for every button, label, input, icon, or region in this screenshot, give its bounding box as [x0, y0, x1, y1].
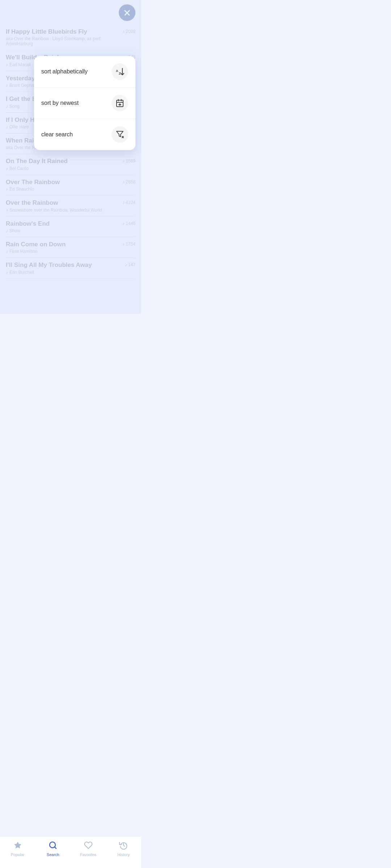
dropdown-label-clear-search: clear search — [41, 131, 73, 138]
song-title: Rainbow's End — [6, 220, 122, 227]
song-item: I'll Sing All My Troubles Away♪ Erin Bur… — [6, 258, 135, 278]
song-item: On The Day It Rained♪ Bel Canto♪ 1589 — [6, 154, 135, 175]
song-count: ♪ 4224 — [122, 200, 135, 205]
dropdown-label-sort-newest: sort by newest — [41, 100, 79, 106]
song-subtitle: ♪ Bel Canto — [6, 166, 122, 171]
song-item: If Happy Little Bluebirds Flyaka Over th… — [6, 25, 135, 50]
song-subtitle: ♪ Ed Shauchlo — [6, 187, 122, 192]
svg-text:A: A — [116, 69, 118, 73]
app-logo — [6, 7, 21, 22]
song-title: On The Day It Rained — [6, 158, 122, 165]
close-button[interactable] — [119, 4, 135, 21]
dropdown-item-sort-alpha[interactable]: sort alphabeticallyAZ — [34, 56, 135, 88]
song-count: ♪ 1446 — [122, 221, 135, 226]
song-title: If Happy Little Bluebirds Fly — [6, 28, 122, 35]
song-count: ♪ 1589 — [122, 158, 135, 163]
song-title: Rain Come on Down — [6, 241, 122, 248]
dropdown-label-sort-alpha: sort alphabetically — [41, 68, 88, 75]
song-subtitle: aka Over the Rainbow · Lloyd Steinkamp, … — [6, 36, 122, 46]
dropdown-item-clear-search[interactable]: clear search — [34, 119, 135, 150]
song-count: ♪ 1754 — [122, 242, 135, 247]
song-item: Over The Rainbow♪ Ed Shauchlo♪ 2858 — [6, 175, 135, 196]
song-count: ♪ 2099 — [122, 29, 135, 34]
song-subtitle: ♪ Erin Burchell — [6, 270, 125, 275]
song-subtitle: ♪ Show — [6, 228, 122, 233]
song-item: Rainbow's End♪ Show♪ 1446 — [6, 217, 135, 237]
song-item: Over the Rainbow♪ Somewhere over the Rai… — [6, 196, 135, 216]
song-title: I'll Sing All My Troubles Away — [6, 261, 125, 269]
dropdown-icon-sort-newest — [112, 95, 128, 111]
dropdown-item-sort-newest[interactable]: sort by newest — [34, 88, 135, 119]
song-title: Over the Rainbow — [6, 199, 122, 207]
dropdown-icon-clear-search — [112, 126, 128, 143]
song-count: ♪ 147 — [125, 262, 135, 267]
dropdown-icon-sort-alpha: AZ — [112, 63, 128, 80]
song-item: Rain Come on Down♪ Flute Hamilton♪ 1754 — [6, 237, 135, 258]
song-count: ♪ 2858 — [122, 179, 135, 184]
song-subtitle: ♪ Somewhere over the Rainbow, Wonderful … — [6, 208, 122, 213]
dropdown-menu: sort alphabeticallyAZsort by newestclear… — [34, 56, 135, 150]
song-title: Over The Rainbow — [6, 179, 122, 186]
header — [0, 0, 141, 25]
song-subtitle: ♪ Flute Hamilton — [6, 249, 122, 254]
